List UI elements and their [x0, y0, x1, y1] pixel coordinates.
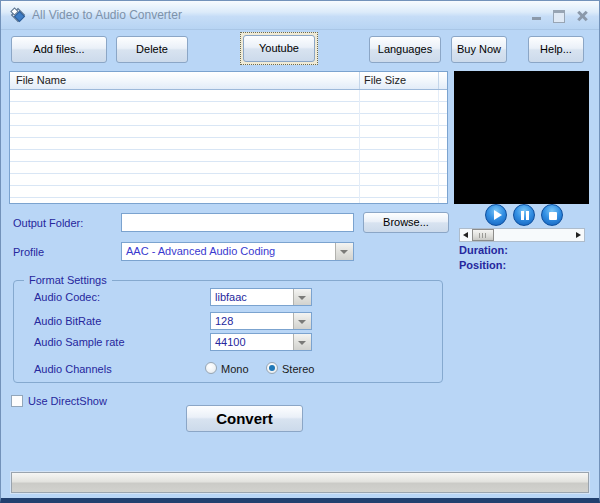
- file-list[interactable]: File Name File Size: [9, 71, 448, 204]
- maximize-icon: [553, 10, 565, 23]
- column-header-file-name[interactable]: File Name: [16, 74, 66, 86]
- audio-bitrate-dropdown-button[interactable]: [293, 313, 311, 329]
- stop-icon: [549, 212, 557, 220]
- profile-label: Profile: [13, 246, 44, 258]
- audio-codec-select[interactable]: libfaac: [210, 288, 312, 306]
- video-preview-panel: [454, 71, 589, 204]
- column-header-file-size[interactable]: File Size: [364, 74, 406, 86]
- app-icon: [9, 6, 26, 23]
- position-label: Position:: [459, 259, 506, 271]
- arrow-left-icon: [463, 232, 468, 238]
- profile-select[interactable]: AAC - Advanced Audio Coding: [121, 242, 354, 261]
- seek-left-button[interactable]: [460, 229, 472, 241]
- column-divider: [438, 90, 439, 203]
- audio-channels-label: Audio Channels: [34, 363, 112, 375]
- chevron-down-icon: [298, 320, 306, 324]
- progress-bar: [11, 472, 589, 493]
- file-list-header: File Name File Size: [10, 72, 447, 90]
- close-button[interactable]: [574, 9, 590, 22]
- file-list-body[interactable]: [10, 90, 447, 203]
- audio-bitrate-label: Audio BitRate: [34, 315, 101, 327]
- chevron-down-icon: [298, 341, 306, 345]
- languages-button[interactable]: Languages: [369, 36, 441, 63]
- delete-button[interactable]: Delete: [116, 36, 188, 63]
- convert-button[interactable]: Convert: [186, 405, 303, 432]
- window-title: All Video to Audio Converter: [32, 1, 182, 29]
- format-settings-group: Format Settings Audio Codec: libfaac Aud…: [13, 280, 443, 383]
- close-icon: [576, 10, 588, 22]
- grip-icon: [479, 233, 488, 238]
- use-directshow-label: Use DirectShow: [28, 395, 107, 407]
- audio-sample-rate-dropdown-button[interactable]: [293, 334, 311, 350]
- profile-dropdown-button[interactable]: [335, 243, 353, 260]
- play-button[interactable]: [485, 204, 507, 226]
- audio-codec-dropdown-button[interactable]: [293, 289, 311, 305]
- arrow-right-icon: [576, 232, 581, 238]
- buy-now-button[interactable]: Buy Now: [451, 36, 507, 63]
- youtube-button[interactable]: Youtube: [243, 35, 315, 62]
- format-settings-title: Format Settings: [24, 274, 112, 286]
- chevron-down-icon: [298, 296, 306, 300]
- stereo-radio[interactable]: [266, 362, 278, 374]
- minimize-button[interactable]: [529, 9, 545, 22]
- help-button[interactable]: Help...: [528, 36, 584, 63]
- seek-thumb[interactable]: [472, 229, 494, 241]
- add-files-button[interactable]: Add files...: [11, 36, 107, 63]
- column-divider: [359, 72, 360, 89]
- chevron-down-icon: [340, 250, 348, 254]
- minimize-icon: [532, 17, 541, 20]
- maximize-button[interactable]: [551, 9, 567, 22]
- mono-radio[interactable]: [205, 362, 217, 374]
- stop-button[interactable]: [541, 204, 563, 226]
- browse-button[interactable]: Browse...: [363, 212, 449, 233]
- audio-sample-rate-value: 44100: [215, 336, 246, 348]
- duration-label: Duration:: [459, 244, 508, 256]
- use-directshow-checkbox[interactable]: [11, 395, 23, 407]
- seek-slider[interactable]: [459, 228, 585, 242]
- column-divider: [359, 90, 360, 203]
- profile-value: AAC - Advanced Audio Coding: [126, 245, 275, 257]
- output-folder-label: Output Folder:: [13, 217, 83, 229]
- play-icon: [494, 210, 502, 220]
- audio-sample-rate-select[interactable]: 44100: [210, 333, 312, 351]
- audio-codec-label: Audio Codec:: [34, 291, 100, 303]
- title-bar: All Video to Audio Converter: [1, 1, 599, 30]
- window: All Video to Audio Converter Add files..…: [0, 0, 600, 503]
- seek-right-button[interactable]: [572, 229, 584, 241]
- mono-radio-label: Mono: [221, 363, 249, 375]
- audio-sample-rate-label: Audio Sample rate: [34, 336, 125, 348]
- column-divider: [438, 72, 439, 89]
- audio-bitrate-select[interactable]: 128: [210, 312, 312, 330]
- audio-bitrate-value: 128: [215, 315, 233, 327]
- pause-button[interactable]: [513, 204, 535, 226]
- output-folder-input[interactable]: [121, 213, 354, 232]
- stereo-radio-label: Stereo: [282, 363, 314, 375]
- youtube-button-focus-ring: Youtube: [240, 32, 318, 65]
- audio-codec-value: libfaac: [215, 291, 247, 303]
